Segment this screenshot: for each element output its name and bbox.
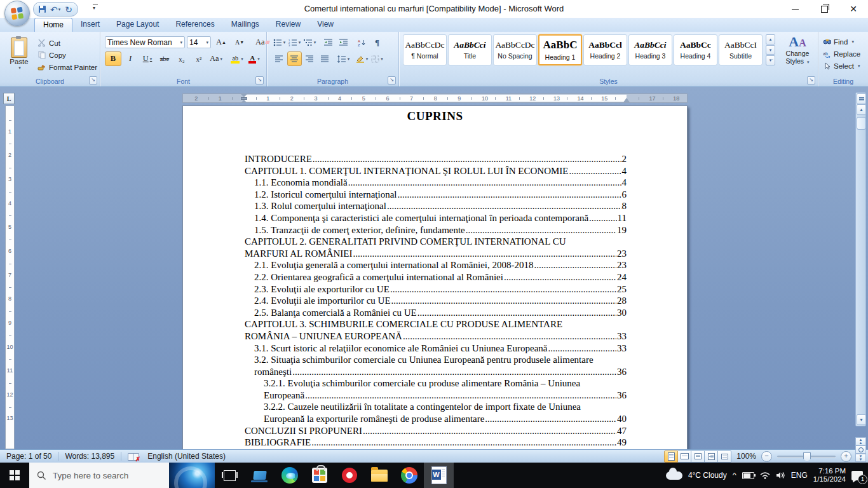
style-heading-3[interactable]: AaBbCciHeading 3 bbox=[628, 34, 672, 65]
taskbar-app-pc[interactable] bbox=[245, 463, 275, 488]
language-indicator[interactable]: English (United States) bbox=[141, 452, 232, 461]
search-highlight-image[interactable] bbox=[169, 463, 215, 488]
align-left-button[interactable] bbox=[272, 51, 287, 66]
font-color-button[interactable]: A▾ bbox=[246, 51, 262, 66]
align-center-button[interactable] bbox=[287, 51, 302, 66]
taskbar-search[interactable]: Type here to search bbox=[29, 463, 215, 488]
font-dialog-launcher[interactable]: ↘ bbox=[255, 76, 264, 85]
wifi-icon[interactable] bbox=[760, 471, 770, 479]
toc-entry[interactable]: 1.3. Rolul comerţului internaţional8 bbox=[245, 200, 627, 212]
toc-entry[interactable]: 2.3. Evoluţii ale exporturilor cu UE25 bbox=[245, 283, 627, 295]
justify-button[interactable] bbox=[318, 51, 332, 66]
line-spacing-button[interactable]: ▾ bbox=[336, 51, 351, 66]
style-heading-4[interactable]: AaBbCcHeading 4 bbox=[674, 34, 717, 65]
print-layout-view-button[interactable] bbox=[664, 451, 678, 463]
tab-review[interactable]: Review bbox=[268, 18, 309, 32]
styles-scroll-down-button[interactable]: ▼ bbox=[766, 45, 775, 55]
font-name-combo[interactable]: Times New Roman▾ bbox=[105, 36, 185, 48]
minimize-button[interactable] bbox=[780, 0, 810, 18]
zoom-slider-thumb[interactable] bbox=[803, 452, 811, 462]
paragraph-dialog-launcher[interactable]: ↘ bbox=[388, 76, 396, 85]
vertical-ruler[interactable]: 12345678910111213 bbox=[5, 105, 15, 449]
style-heading-2[interactable]: AaBbCclHeading 2 bbox=[583, 34, 627, 65]
next-page-button[interactable]: ▼▼ bbox=[855, 454, 866, 462]
toc-entry[interactable]: CAPITOLUL 2. GENERALITATI PRIVIND COMERŢ… bbox=[245, 236, 627, 259]
change-case-button[interactable]: Aa▾ bbox=[208, 51, 224, 66]
taskbar-app-chrome[interactable] bbox=[394, 463, 424, 488]
vertical-scrollbar[interactable]: ▲ ▼ bbox=[855, 92, 866, 426]
close-button[interactable]: ✕ bbox=[839, 0, 868, 18]
toc-entry[interactable]: CAPITOLUL 3. SCHIMBURILE COMERCIALE CU P… bbox=[245, 318, 627, 342]
toc-entry[interactable]: 3.1. Scurt istoric al relaţiilor economi… bbox=[245, 342, 627, 355]
style-normal[interactable]: AaBbCcDc¶ Normal bbox=[403, 34, 447, 65]
change-styles-button[interactable]: AA Change Styles ▾ bbox=[779, 34, 816, 80]
multilevel-list-button[interactable]: ▾ bbox=[302, 35, 317, 50]
zoom-in-button[interactable]: + bbox=[841, 451, 851, 462]
strikethrough-button[interactable]: abe bbox=[156, 51, 173, 66]
battery-icon[interactable] bbox=[742, 472, 754, 479]
fullscreen-reading-view-button[interactable] bbox=[678, 451, 691, 463]
toc-entry[interactable]: 2.4. Evoluţii ale importurilor cu UE28 bbox=[245, 295, 627, 307]
redo-button[interactable]: ↻ bbox=[65, 4, 72, 15]
tab-view[interactable]: View bbox=[309, 18, 342, 32]
indent-marker[interactable] bbox=[241, 94, 247, 104]
subscript-button[interactable]: x₂ bbox=[173, 51, 190, 66]
restore-button[interactable] bbox=[810, 0, 839, 18]
undo-button[interactable]: ↶▾ bbox=[50, 4, 60, 15]
style-no-spacing[interactable]: AaBbCcDcNo Spacing bbox=[493, 34, 537, 65]
volume-icon[interactable] bbox=[776, 471, 785, 479]
grow-font-button[interactable]: A▲ bbox=[213, 35, 229, 50]
task-view-button[interactable] bbox=[215, 463, 245, 488]
zoom-level[interactable]: 100% bbox=[736, 452, 756, 461]
bold-button[interactable]: B bbox=[105, 51, 121, 66]
toc-entry[interactable]: 3.2.1. Evoluţia schimburilor comerciale … bbox=[245, 377, 627, 401]
tab-page-layout[interactable]: Page Layout bbox=[108, 18, 167, 32]
taskbar-app-edge[interactable] bbox=[275, 463, 304, 488]
style-heading-1[interactable]: AaBbCHeading 1 bbox=[538, 34, 582, 65]
style-title[interactable]: AaBbCciTitle bbox=[448, 34, 492, 65]
font-size-combo[interactable]: 14▾ bbox=[187, 36, 211, 48]
toc-entry[interactable]: 3.2.2. Cauzele neutilizării în totalitat… bbox=[245, 401, 627, 424]
toc-entry[interactable]: 1.2. Istoricul comerţului internaţional6 bbox=[245, 189, 627, 201]
borders-button[interactable]: ▾ bbox=[370, 51, 384, 66]
show-hide-formatting-button[interactable]: ¶ bbox=[370, 35, 384, 50]
styles-scroll-up-button[interactable]: ▲ bbox=[766, 34, 775, 44]
toc-entry[interactable]: 3.2. Situaţia schimburilor comerciale cu… bbox=[245, 354, 627, 377]
toc-entry[interactable]: CAPITOLUL 1. COMERŢUL INTERNAŢIONAL ŞI R… bbox=[245, 165, 627, 177]
ruler-toggle-button[interactable] bbox=[857, 93, 866, 104]
toc-entry[interactable]: CONCLUZII SI PROPUNERI47 bbox=[245, 425, 627, 437]
decrease-indent-button[interactable] bbox=[321, 35, 336, 50]
style-subtitle[interactable]: AaBbCcISubtitle bbox=[719, 34, 763, 65]
tab-home[interactable]: Home bbox=[34, 18, 72, 32]
web-layout-view-button[interactable] bbox=[691, 451, 705, 463]
superscript-button[interactable]: x² bbox=[191, 51, 207, 66]
tab-insert[interactable]: Insert bbox=[72, 18, 108, 32]
tab-mailings[interactable]: Mailings bbox=[223, 18, 268, 32]
styles-more-button[interactable]: ▼̄ bbox=[766, 55, 775, 65]
zoom-out-button[interactable]: − bbox=[761, 451, 772, 462]
clock[interactable]: 7:16 PM1/15/2024 bbox=[813, 467, 846, 484]
input-language[interactable]: ENG bbox=[791, 471, 808, 480]
scrollbar-thumb[interactable] bbox=[857, 117, 866, 130]
weather-text[interactable]: 4°C Cloudy bbox=[688, 471, 727, 480]
taskbar-app-explorer[interactable] bbox=[364, 463, 394, 488]
draft-view-button[interactable] bbox=[718, 451, 731, 463]
increase-indent-button[interactable] bbox=[336, 35, 351, 50]
taskbar-app-word-active[interactable] bbox=[424, 463, 454, 488]
tray-chevron-icon[interactable]: ^ bbox=[733, 471, 736, 479]
tab-references[interactable]: References bbox=[167, 18, 222, 32]
page-indicator[interactable]: Page: 1 of 50 bbox=[0, 452, 58, 461]
customize-qat-button[interactable]: ▾ bbox=[93, 4, 98, 11]
underline-button[interactable]: U▾ bbox=[139, 51, 156, 66]
right-indent-marker[interactable] bbox=[623, 98, 630, 102]
previous-page-button[interactable]: ▲▲ bbox=[855, 437, 866, 445]
toc-entry[interactable]: 1.4. Componenţa şi caracteristici ale co… bbox=[245, 212, 627, 224]
scroll-up-button[interactable]: ▲ bbox=[857, 104, 866, 115]
clipboard-dialog-launcher[interactable]: ↘ bbox=[89, 76, 97, 85]
bullets-button[interactable]: ▾ bbox=[272, 35, 287, 50]
toc-entry[interactable]: 2.2. Orientarea geografică a comerţului … bbox=[245, 271, 627, 283]
proofing-status-icon[interactable]: ✗ bbox=[128, 452, 139, 461]
taskbar-app-store[interactable] bbox=[304, 463, 334, 488]
shading-button[interactable]: ▾ bbox=[355, 51, 369, 66]
format-painter-button[interactable]: Format Painter bbox=[36, 61, 99, 73]
